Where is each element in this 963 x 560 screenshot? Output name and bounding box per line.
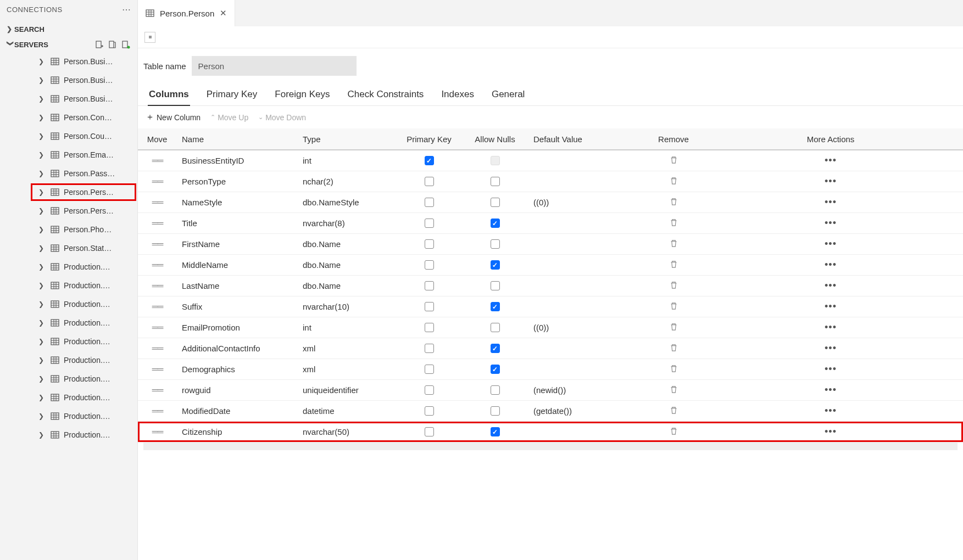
pk-checkbox[interactable] [425,281,434,290]
column-type-cell[interactable]: nvarchar(50) [297,422,396,443]
script-icon[interactable] [144,32,155,43]
column-type-cell[interactable]: int [297,317,396,338]
pk-checkbox[interactable] [425,406,434,416]
column-type-cell[interactable]: dbo.Name [297,255,396,276]
designer-tab[interactable]: Columns [148,85,190,105]
allownulls-checkbox[interactable] [491,323,500,332]
tree-node[interactable]: ❯Production.… [0,257,137,276]
drag-cell[interactable]: ══ [138,296,176,317]
tree-node[interactable]: ❯Production.… [0,313,137,332]
drag-cell[interactable]: ══ [138,276,176,296]
tree-node[interactable]: ❯Person.Con… [0,108,137,127]
default-value-cell[interactable]: (getdate()) [528,401,649,422]
column-type-cell[interactable]: nchar(2) [297,171,396,192]
more-actions-icon[interactable]: ••• [825,304,837,309]
pk-checkbox[interactable] [425,302,434,311]
tree-node[interactable]: ❯Person.Pho… [0,220,137,239]
allownulls-checkbox[interactable] [491,427,500,436]
pk-checkbox[interactable] [425,198,434,207]
more-actions-icon[interactable]: ••• [825,283,837,288]
drag-cell[interactable]: ══ [138,338,176,359]
tree-node[interactable]: ❯Production.… [0,388,137,407]
column-name-cell[interactable]: AdditionalContactInfo [176,338,297,359]
trash-icon[interactable] [670,219,678,228]
drag-cell[interactable]: ══ [138,359,176,380]
allownulls-checkbox[interactable] [491,281,500,290]
active-connection-icon[interactable] [121,40,131,49]
tree-node[interactable]: ❯Person.Ema… [0,145,137,164]
default-value-cell[interactable] [528,213,649,234]
more-actions-icon[interactable]: ••• [825,367,837,372]
more-actions-icon[interactable]: ••• [825,158,837,163]
designer-tab[interactable]: Check Constraints [346,85,425,105]
trash-icon[interactable] [670,156,678,166]
tree-node[interactable]: ❯Person.Stat… [0,239,137,257]
column-name-cell[interactable]: PersonType [176,171,297,192]
column-type-cell[interactable]: dbo.NameStyle [297,192,396,213]
allownulls-checkbox[interactable] [491,239,500,249]
more-actions-icon[interactable]: ••• [825,388,837,393]
column-name-cell[interactable]: Title [176,213,297,234]
column-name-cell[interactable]: LastName [176,276,297,296]
drag-cell[interactable]: ══ [138,401,176,422]
allownulls-checkbox[interactable] [491,219,500,228]
drag-cell[interactable]: ══ [138,234,176,255]
column-name-cell[interactable]: BusinessEntityID [176,150,297,171]
allownulls-checkbox[interactable] [491,365,500,374]
default-value-cell[interactable] [528,422,649,443]
column-name-cell[interactable]: rowguid [176,380,297,401]
trash-icon[interactable] [670,281,678,291]
allownulls-checkbox[interactable] [491,302,500,311]
column-type-cell[interactable]: nvarchar(8) [297,213,396,234]
designer-tab[interactable]: Primary Key [205,85,259,105]
tree-node[interactable]: ❯Person.Busi… [0,89,137,108]
trash-icon[interactable] [670,385,678,395]
tree-node[interactable]: ❯Person.Busi… [0,71,137,89]
trash-icon[interactable] [670,177,678,187]
tree-node[interactable]: ❯Production.… [0,425,137,444]
pk-checkbox[interactable] [425,177,434,186]
column-type-cell[interactable]: xml [297,359,396,380]
drag-cell[interactable]: ══ [138,171,176,192]
close-icon[interactable]: ✕ [220,8,227,18]
column-name-cell[interactable]: MiddleName [176,255,297,276]
pk-checkbox[interactable] [425,239,434,249]
tree-node[interactable]: ❯Production.… [0,295,137,313]
designer-tab[interactable]: Foreign Keys [274,85,331,105]
column-type-cell[interactable]: dbo.Name [297,234,396,255]
column-name-cell[interactable]: FirstName [176,234,297,255]
tree-node[interactable]: ❯Person.Pers… [0,183,137,201]
column-type-cell[interactable]: int [297,150,396,171]
horizontal-scrollbar[interactable] [143,443,958,450]
drag-cell[interactable]: ══ [138,255,176,276]
column-name-cell[interactable]: Demographics [176,359,297,380]
pk-checkbox[interactable] [425,323,434,332]
tree-node[interactable]: ❯Person.Pass… [0,164,137,183]
trash-icon[interactable] [670,406,678,416]
drag-cell[interactable]: ══ [138,213,176,234]
trash-icon[interactable] [670,427,678,437]
default-value-cell[interactable]: ((0)) [528,317,649,338]
more-actions-icon[interactable]: ••• [825,179,837,184]
more-actions-icon[interactable]: ••• [825,262,837,267]
more-actions-icon[interactable]: ••• [825,346,837,351]
new-group-icon[interactable] [108,40,118,49]
more-actions-icon[interactable]: ••• [825,221,837,226]
default-value-cell[interactable]: ((0)) [528,192,649,213]
column-type-cell[interactable]: nvarchar(10) [297,296,396,317]
allownulls-checkbox[interactable] [491,177,500,186]
pk-checkbox[interactable] [425,260,434,270]
tree-node[interactable]: ❯Production.… [0,369,137,388]
new-column-button[interactable]: ＋New Column [146,111,201,123]
drag-cell[interactable]: ══ [138,380,176,401]
designer-tab[interactable]: Indexes [440,85,475,105]
allownulls-checkbox[interactable] [491,385,500,395]
allownulls-checkbox[interactable] [491,406,500,416]
column-name-cell[interactable]: Citizenship [176,422,297,443]
more-actions-icon[interactable]: ••• [825,429,837,434]
more-actions-icon[interactable]: ••• [825,408,837,413]
move-up-button[interactable]: ⌃Move Up [210,113,248,122]
tree-search[interactable]: ❯ SEARCH [0,21,137,37]
default-value-cell[interactable] [528,234,649,255]
more-actions-icon[interactable]: ••• [825,242,837,247]
